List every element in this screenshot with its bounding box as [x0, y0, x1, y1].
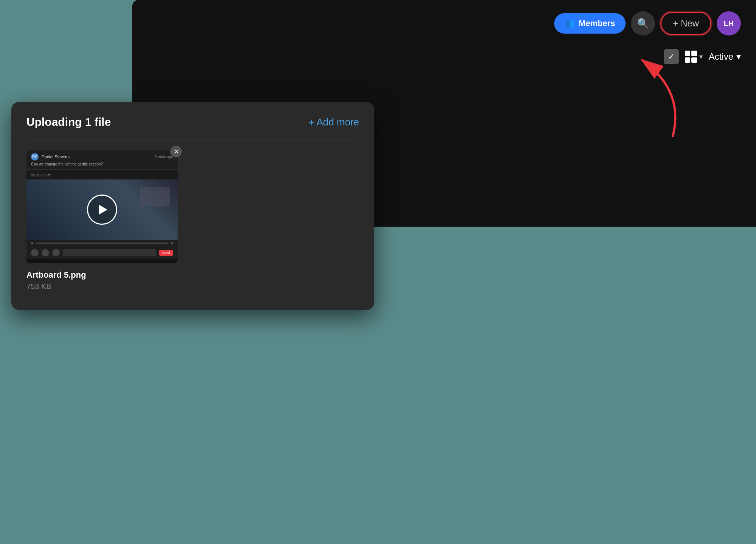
- thumbnail-top-bar: DS Daniel Stevens 6 mins ago Can we chan…: [26, 150, 178, 170]
- thumbnail-video-area: [26, 179, 178, 240]
- thumbnail-avatar: DS: [31, 153, 39, 161]
- file-name: Artboard 5.png: [26, 270, 178, 280]
- thumbnail-timeline: [26, 240, 178, 247]
- file-item: ✕ DS Daniel Stevens 6 mins ago Can we ch…: [26, 150, 178, 291]
- members-button[interactable]: 👥 Members: [554, 13, 626, 34]
- search-button[interactable]: 🔍: [631, 11, 655, 36]
- grid-icon: [685, 51, 697, 63]
- select-all-checkbox[interactable]: ✓: [664, 49, 679, 64]
- thumbnail-send-button: Send: [159, 250, 173, 256]
- active-filter-dropdown[interactable]: Active ▾: [709, 51, 741, 62]
- members-icon: 👥: [565, 19, 575, 28]
- thumbnail-timecode: 00:32 - 00:47: [31, 173, 51, 177]
- user-avatar-button[interactable]: LH: [717, 11, 741, 36]
- modal-divider: [26, 139, 359, 139]
- members-label: Members: [579, 19, 615, 28]
- grid-chevron-icon: ▾: [699, 53, 703, 61]
- modal-header: Uploading 1 file + Add more: [26, 116, 359, 128]
- upload-modal: Uploading 1 file + Add more ✕ DS Daniel …: [11, 102, 374, 310]
- play-circle: [87, 195, 117, 225]
- add-more-label: + Add more: [308, 116, 359, 128]
- toolbar-row-2: ✓ ▾ Active ▾: [664, 49, 741, 64]
- add-more-button[interactable]: + Add more: [308, 116, 359, 128]
- play-icon: [99, 205, 107, 215]
- close-icon: ✕: [174, 148, 179, 155]
- check-icon: ✓: [668, 52, 675, 62]
- thumbnail-comment-row: Send: [26, 247, 178, 259]
- search-icon: 🔍: [637, 18, 649, 29]
- remove-file-button[interactable]: ✕: [169, 145, 183, 158]
- file-size: 753 KB: [26, 282, 178, 291]
- new-label: + New: [673, 18, 699, 29]
- thumbnail-inner: DS Daniel Stevens 6 mins ago Can we chan…: [26, 150, 178, 263]
- modal-title: Uploading 1 file: [26, 116, 111, 128]
- view-grid-button[interactable]: ▾: [685, 51, 703, 63]
- thumbnail-user-row: DS Daniel Stevens 6 mins ago: [31, 153, 173, 161]
- thumbnail-comment: Can we change the lighting at this secti…: [31, 162, 173, 166]
- new-button[interactable]: + New: [660, 12, 711, 35]
- file-thumbnail: DS Daniel Stevens 6 mins ago Can we chan…: [26, 150, 178, 263]
- active-label: Active: [709, 51, 733, 62]
- toolbar-row-1: 👥 Members 🔍 + New LH: [554, 11, 741, 36]
- mediabench-logo: MEDIABENCH: [79, 263, 133, 263]
- active-chevron-icon: ▾: [736, 51, 741, 62]
- thumbnail-username: Daniel Stevens: [42, 155, 70, 159]
- avatar-initials: LH: [724, 19, 734, 28]
- thumbnail-logo-bar: MEDIABENCH: [26, 259, 178, 263]
